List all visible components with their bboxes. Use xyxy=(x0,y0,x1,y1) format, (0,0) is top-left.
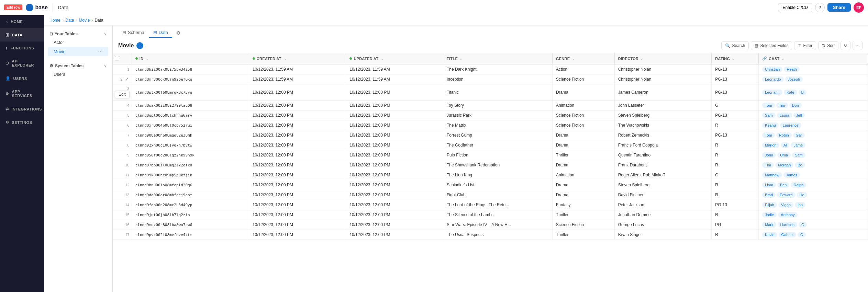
row-number: 17 xyxy=(124,233,130,237)
updated-at-cell: 10/12/2023, 12:00 PM xyxy=(346,140,443,150)
cast-chip: C xyxy=(798,232,806,237)
genre-cell: Animation xyxy=(552,101,614,110)
created-at-cell: 10/12/2023, 12:00 PM xyxy=(249,110,346,120)
search-button[interactable]: 🔍 Search xyxy=(721,41,749,50)
title-cell: Forrest Gump xyxy=(443,130,552,140)
sidebar-item-integrations[interactable]: ⇄ INTEGRATIONS xyxy=(0,102,44,116)
genre-cell: Drama xyxy=(552,160,614,170)
created-at-cell: 10/12/2023, 12:00 PM xyxy=(249,130,346,140)
app-services-icon: ⚙ xyxy=(5,92,9,96)
functions-icon: ƒ xyxy=(5,46,8,50)
updated-at-cell: 10/12/2023, 12:00 PM xyxy=(346,220,443,230)
cast-chip: Ralph xyxy=(791,182,806,188)
more-button[interactable]: ··· xyxy=(853,41,863,50)
genre-cell: Action xyxy=(552,64,614,74)
updated-at-cell: 10/12/2023, 11:59 AM xyxy=(346,64,443,74)
breadcrumb: Home › Data › Movie › Data xyxy=(44,15,868,26)
sidebar-item-home[interactable]: ⌂ HOME xyxy=(0,15,44,28)
system-icon: ⚙ xyxy=(49,63,53,68)
cast-chip: Ben xyxy=(777,182,790,188)
table-item-movie[interactable]: Movie ··· xyxy=(48,47,108,56)
rating-cell: R xyxy=(712,180,759,190)
row-number: 16 xyxy=(124,223,130,227)
id-cell: clnnd8xr0004p08l0cb752rui xyxy=(132,120,249,130)
filter-button[interactable]: ⊤ Filter xyxy=(794,41,816,50)
created-at-cell: 10/12/2023, 12:00 PM xyxy=(249,210,346,220)
rating-cell: G xyxy=(712,170,759,180)
cast-chip: Marlon xyxy=(762,142,779,148)
director-cell: Francis Ford Coppola xyxy=(614,140,712,150)
cast-chip: Christian xyxy=(762,67,782,72)
cast-chip: Kevin xyxy=(762,232,777,237)
id-cell: clnnd8hii00ax08i75bw34i58 xyxy=(132,64,249,74)
table-row: 16 clnnd9muz00c808lba8wu7cw6 10/12/2023,… xyxy=(113,220,868,230)
rating-cell: R xyxy=(712,230,759,240)
sidebar-item-functions[interactable]: ƒ FUNCTIONS xyxy=(0,42,44,55)
director-cell: Roger Allers, Rob Minkoff xyxy=(614,170,712,180)
refresh-button[interactable]: ↻ xyxy=(841,41,850,50)
updated-at-cell: 10/12/2023, 12:00 PM xyxy=(346,130,443,140)
created-at-cell: 10/12/2023, 12:00 PM xyxy=(249,170,346,180)
breadcrumb-home[interactable]: Home xyxy=(49,18,60,23)
select-all-checkbox[interactable] xyxy=(115,56,119,60)
share-button[interactable]: Share xyxy=(827,3,851,12)
edit-tooltip[interactable]: Edit xyxy=(115,91,130,98)
cast-cell: JodieAnthony xyxy=(759,210,868,220)
cast-chip: Jeff xyxy=(793,113,805,118)
id-cell: clnnd9fop00n208mc2u3d49yp xyxy=(132,200,249,210)
more-icon[interactable]: ··· xyxy=(98,48,103,55)
sort-button[interactable]: ⇅ Sort xyxy=(818,41,838,50)
row-checkbox-cell: 7 xyxy=(113,130,132,140)
sidebar-item-data[interactable]: ◫ DATA xyxy=(0,28,44,42)
sidebar-item-settings[interactable]: ⚙ SETTINGS xyxy=(0,116,44,129)
breadcrumb-movie[interactable]: Movie xyxy=(79,18,90,23)
question-button[interactable]: ? xyxy=(815,3,825,12)
table-row: 13 clnnd9do000or08mhfaej9apt 10/12/2023,… xyxy=(113,190,868,200)
sidebar-item-users[interactable]: 👤 USERS xyxy=(0,72,44,85)
table-row: 14 clnnd9fop00n208mc2u3d49yp 10/12/2023,… xyxy=(113,200,868,210)
sort-icon: ⇅ xyxy=(822,43,825,48)
cast-chip: Heath xyxy=(784,67,799,72)
updated-at-cell: 10/12/2023, 12:00 PM xyxy=(346,180,443,190)
cast-chip: Brad xyxy=(762,192,776,198)
table-item-users[interactable]: Users xyxy=(48,70,108,79)
selected-fields-button[interactable]: ▦ Selected Fields xyxy=(751,41,792,50)
sidebar-item-app-services[interactable]: ⚙ APP SERVICES xyxy=(0,85,44,102)
title-cell: The Usual Suspects xyxy=(443,230,552,240)
cast-chip: Laura xyxy=(777,113,792,118)
gear-button[interactable]: ⚙ xyxy=(174,28,183,38)
rating-cell: PG-13 xyxy=(712,110,759,120)
row-checkbox-cell: 2 ⤢ xyxy=(113,74,132,84)
table-item-actor[interactable]: Actor xyxy=(48,38,108,47)
tab-schema[interactable]: ⊟ Schema xyxy=(118,28,148,38)
filter-icon: ⊤ xyxy=(798,43,801,48)
avatar: EF xyxy=(854,2,864,13)
updated-at-cell: 10/12/2023, 12:00 PM xyxy=(346,120,443,130)
title-cell: The Lord of the Rings: The Retu... xyxy=(443,200,552,210)
sidebar-item-api-explorer[interactable]: ⬡ API EXPLORER xyxy=(0,55,44,72)
cast-chip: Leonardo xyxy=(762,77,784,82)
tab-data[interactable]: ⊞ Data xyxy=(149,28,172,38)
updated-at-cell: 10/12/2023, 12:00 PM xyxy=(346,84,443,101)
enable-cicd-button[interactable]: Enable CI/CD xyxy=(778,3,812,12)
your-tables-header[interactable]: ⊟ Your Tables ∨ xyxy=(48,30,108,38)
cast-chip: Ian xyxy=(795,202,805,208)
id-cell: clnnd8upl00oo08lchrhu6arv xyxy=(132,110,249,120)
cast-cell: LiamBenRalph xyxy=(759,180,868,190)
created-at-cell: 10/12/2023, 12:00 PM xyxy=(249,230,346,240)
genre-cell: Drama xyxy=(552,180,614,190)
add-table-button[interactable]: + xyxy=(136,42,143,49)
breadcrumb-current: Data xyxy=(94,18,103,23)
cast-chip: Leonar... xyxy=(762,90,782,95)
table-row: 11 clnnd99k000hc09mp5pukfjib 10/12/2023,… xyxy=(113,170,868,180)
id-cell: clnnd8mr300qx08jn92oef0xg xyxy=(132,74,249,84)
id-cell: clnnd958f00c208lgz2hk99h9k xyxy=(132,150,249,160)
row-expand-button[interactable]: ⤢ xyxy=(124,77,130,82)
system-tables-header[interactable]: ⚙ System Tables ∨ xyxy=(48,62,108,70)
director-cell: Peter Jackson xyxy=(614,200,712,210)
breadcrumb-data[interactable]: Data xyxy=(65,18,74,23)
cast-chip: Elijah xyxy=(762,202,777,208)
cast-chip: Sam xyxy=(792,152,805,158)
logo: base xyxy=(26,4,47,11)
table-row: 15 clnnd9jut00jh08lb7lq2zio 10/12/2023, … xyxy=(113,210,868,220)
